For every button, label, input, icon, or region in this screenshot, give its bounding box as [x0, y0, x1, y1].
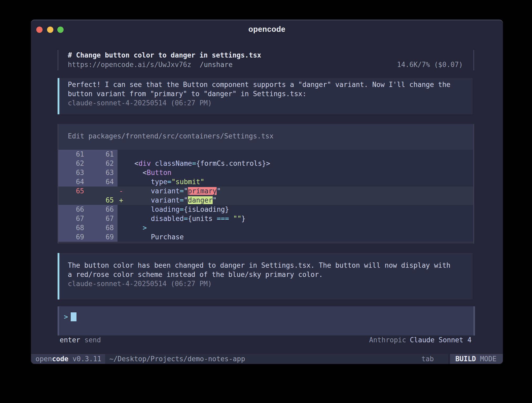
window-title: opencode: [31, 25, 503, 34]
diff-row: 6767 disabled={units === ""}: [58, 214, 473, 223]
message-text: The button color has been changed to dan…: [68, 261, 465, 270]
code-line: loading={isLoading}: [126, 205, 473, 214]
app-version-segment: opencode v0.3.11: [31, 354, 105, 364]
old-line-number: 62: [58, 159, 88, 168]
diff-row: 6262 <div className={formCs.controls}>: [58, 159, 473, 168]
new-line-number: 66: [88, 205, 117, 214]
old-line-number: [58, 196, 88, 205]
code-line: type="submit": [126, 177, 473, 187]
diff-row: 6969 Purchase: [58, 233, 473, 242]
diff-sign: [117, 214, 126, 223]
old-line-number: 69: [58, 233, 88, 242]
diff-sign: +: [117, 196, 126, 205]
prompt-symbol: >: [64, 313, 68, 321]
diff-sign: [117, 233, 126, 242]
diff-sign: [117, 177, 126, 187]
diff-sign: -: [117, 187, 126, 196]
diff-sign: [117, 159, 126, 168]
status-bar: opencode v0.3.11 ~/Desktop/Projects/demo…: [31, 354, 503, 364]
new-line-number: 65: [88, 196, 117, 205]
new-line-number: 62: [88, 159, 117, 168]
edit-tool-card: Edit packages/frontend/src/containers/Se…: [58, 124, 474, 244]
new-line-number: 67: [88, 214, 117, 223]
old-line-number: 61: [58, 150, 88, 159]
diff-sign: [117, 223, 126, 233]
mode-toggle[interactable]: BUILD MODE: [450, 354, 503, 364]
edit-tool-title: Edit packages/frontend/src/containers/Se…: [58, 131, 473, 141]
mode-name: BUILD: [455, 355, 476, 363]
new-line-number: 63: [88, 168, 117, 177]
text-cursor: [71, 312, 76, 321]
new-line-number: 64: [88, 177, 117, 187]
assistant-message: The button color has been changed to dan…: [58, 253, 473, 299]
diff-row: 6161: [58, 150, 473, 159]
diff-row: 6868 >: [58, 223, 473, 233]
share-url-link[interactable]: https://opencode.ai/s/UwJxv76z: [68, 61, 191, 69]
new-line-number: 68: [88, 223, 117, 233]
code-line: [126, 150, 473, 159]
send-action-label: send: [84, 336, 101, 344]
model-label: Claude Sonnet 4: [410, 336, 472, 344]
token-usage-cost: 14.6K/7% ($0.07): [397, 60, 463, 69]
old-line-number: 64: [58, 177, 88, 187]
message-text: Perfect! I can see that the Button compo…: [68, 80, 465, 89]
model-timestamp: claude-sonnet-4-20250514 (06:27 PM): [68, 99, 465, 108]
code-line: >: [126, 223, 473, 233]
diff-row: 65+ variant="danger": [58, 196, 473, 205]
old-line-number: 65: [58, 187, 88, 196]
diff-row: 6363 <Button: [58, 168, 473, 177]
diff-sign: [117, 150, 126, 159]
app-version: v0.3.11: [68, 355, 101, 363]
opencode-window: opencode # Change button color to danger…: [31, 20, 503, 364]
enter-key-hint: enter: [60, 336, 80, 344]
model-timestamp: claude-sonnet-4-20250514 (06:27 PM): [68, 279, 465, 288]
old-line-number: 63: [58, 168, 88, 177]
old-line-number: 67: [58, 214, 88, 223]
new-line-number: 61: [88, 150, 117, 159]
mode-suffix: MODE: [476, 355, 497, 363]
input-hints: entersend AnthropicClaude Sonnet 4: [60, 335, 472, 345]
app-name-code: code: [52, 355, 69, 363]
code-line: <Button: [126, 168, 473, 177]
statusbar-divider: [448, 354, 450, 364]
code-line: <div className={formCs.controls}>: [126, 159, 473, 168]
new-line-number: 69: [88, 233, 117, 242]
diff-row: 6666 loading={isLoading}: [58, 205, 473, 214]
session-title: # Change button color to danger in setti…: [68, 50, 261, 60]
diff-view: 61616262 <div className={formCs.controls…: [58, 150, 473, 242]
code-line: variant="primary": [126, 187, 473, 196]
prompt-input[interactable]: >: [58, 306, 475, 335]
old-line-number: 68: [58, 223, 88, 233]
message-text: a red/rose color scheme instead of the b…: [68, 270, 465, 279]
app-name-open: open: [35, 355, 52, 363]
new-line-number: [88, 187, 117, 196]
message-text: button variant from "primary" to "danger…: [68, 89, 465, 99]
working-directory: ~/Desktop/Projects/demo-notes-app: [109, 354, 245, 364]
session-header: # Change button color to danger in setti…: [58, 50, 474, 70]
assistant-message: Perfect! I can see that the Button compo…: [58, 78, 473, 114]
diff-sign: [117, 168, 126, 177]
diff-row: 6464 type="submit": [58, 177, 473, 187]
provider-label: Anthropic: [369, 336, 406, 344]
old-line-number: 66: [58, 205, 88, 214]
unshare-command[interactable]: /unshare: [200, 61, 233, 69]
diff-sign: [117, 205, 126, 214]
code-line: variant="danger": [126, 196, 473, 205]
diff-row: 65- variant="primary": [58, 187, 473, 196]
code-line: Purchase: [126, 233, 473, 242]
code-line: disabled={units === ""}: [126, 214, 473, 223]
titlebar: opencode: [31, 20, 503, 40]
tab-key-hint[interactable]: tab: [421, 354, 434, 364]
